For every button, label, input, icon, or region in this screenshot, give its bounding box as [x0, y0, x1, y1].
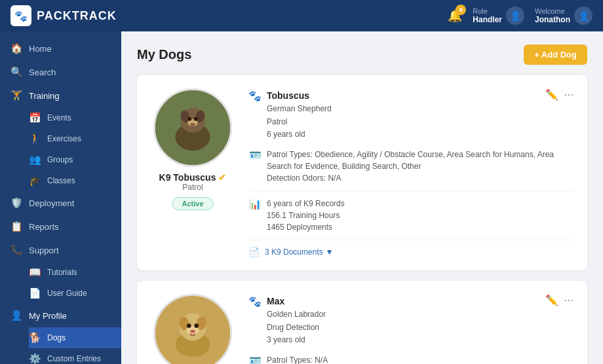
svg-point-7	[194, 117, 198, 121]
dog-breed-2: Golden Labrador	[267, 308, 326, 321]
patrol-types-text-1: Patrol Types: Obedience, Agility / Obsta…	[267, 149, 574, 184]
dog-basic-text-1: Tobuscus German Shepherd Patrol 6 years …	[267, 88, 332, 141]
dog-age-1: 6 years old	[267, 128, 332, 141]
dog-full-name-2: Max	[267, 294, 326, 308]
dog-photo-section-2: K9 Max Drug Detection	[150, 294, 235, 364]
dog-photo-tobuscus	[153, 88, 232, 167]
sidebar-item-search[interactable]: 🔍 Search	[0, 60, 121, 84]
dog-basic-text-2: Max Golden Labrador Drug Detection 3 yea…	[267, 294, 326, 346]
role-avatar-icon: 👤	[506, 7, 524, 25]
myprofile-icon: 👤	[10, 310, 22, 321]
customentries-icon: ⚙️	[29, 353, 41, 364]
dog-breed-1: German Shepherd	[267, 103, 332, 115]
groups-icon: 👥	[29, 154, 41, 166]
notification-badge: 8	[456, 5, 466, 15]
events-icon: 📅	[29, 112, 41, 124]
user-name: Jonathon	[535, 15, 570, 24]
dog-photo-section-1: K9 Tobuscus ✔ Patrol Active	[150, 88, 235, 210]
tutorials-icon: 📖	[29, 266, 41, 278]
sidebar-item-exercises[interactable]: 🚶 Exercises	[29, 128, 121, 149]
records-text-1: 6 years of K9 Records 156.1 Training Hou…	[267, 198, 345, 233]
svg-point-16	[194, 323, 199, 328]
svg-point-15	[187, 323, 191, 328]
sidebar-item-home[interactable]: 🏠 Home	[0, 37, 121, 60]
role-value: Handler	[473, 15, 502, 24]
home-icon: 🏠	[10, 43, 22, 54]
support-submenu: 📖 Tutorials 📄 User Guide	[0, 262, 121, 304]
sidebar: 🏠 Home 🔍 Search 🏋️ Training 📅 Events 🚶 E…	[0, 31, 121, 364]
dog-name-section-1: K9 Tobuscus ✔ Patrol	[159, 172, 227, 192]
sidebar-item-events[interactable]: 📅 Events	[29, 107, 121, 128]
dog-name-tobuscus: K9 Tobuscus ✔	[159, 172, 227, 183]
sidebar-item-deployment[interactable]: 🛡️ Deployment	[0, 191, 121, 215]
patrol-types-row-1: 🪪 Patrol Types: Obedience, Agility / Obs…	[248, 149, 574, 184]
add-dog-button[interactable]: + Add Dog	[524, 45, 587, 65]
search-icon: 🔍	[10, 66, 22, 78]
dog-worktype-1: Patrol	[267, 116, 332, 128]
dog-full-name-1: Tobuscus	[267, 88, 332, 103]
sidebar-item-myprofile[interactable]: 👤 My Profile	[0, 304, 121, 327]
page-title: My Dogs	[137, 47, 191, 62]
chevron-down-icon-1: ▼	[326, 247, 334, 257]
records-row-1: 📊 6 years of K9 Records 156.1 Training H…	[248, 198, 574, 233]
dog-worktype-2: Drug Detection	[267, 321, 326, 334]
id-card-icon-2: 🪪	[248, 355, 262, 364]
sidebar-item-label: Events	[47, 113, 71, 122]
user-avatar-icon: 👤	[574, 7, 593, 25]
main-content: My Dogs + Add Dog	[121, 31, 603, 364]
sidebar-item-dogs[interactable]: 🐕 Dogs	[29, 327, 121, 348]
reports-icon: 📋	[10, 221, 22, 232]
dogs-icon: 🐕	[29, 332, 41, 344]
sidebar-item-label: Deployment	[29, 198, 74, 208]
sidebar-item-support[interactable]: 📞 Support	[0, 238, 121, 262]
sidebar-item-reports[interactable]: 📋 Reports	[0, 215, 121, 238]
svg-point-17	[190, 330, 195, 333]
sidebar-item-label: Dogs	[47, 333, 66, 342]
myprofile-submenu: 🐕 Dogs ⚙️ Custom Entries 💲 Billing	[0, 327, 121, 364]
user-role-info: Role Handler 👤	[473, 7, 524, 25]
role-label: Role	[473, 7, 502, 15]
sidebar-item-label: Training	[29, 91, 59, 101]
paw-icon-1: 🐾	[248, 90, 262, 141]
sidebar-item-label: Tutorials	[47, 268, 77, 277]
paw-icon-2: 🐾	[248, 295, 262, 346]
dog-basic-2: 🐾 Max Golden Labrador Drug Detection 3 y…	[248, 294, 326, 346]
sidebar-item-customentries[interactable]: ⚙️ Custom Entries	[29, 348, 121, 364]
sidebar-item-label: User Guide	[47, 289, 87, 298]
dog-info-tobuscus: 🐾 Tobuscus German Shepherd Patrol 6 year…	[248, 88, 574, 257]
dog-main-info-2: 🐾 Max Golden Labrador Drug Detection 3 y…	[248, 294, 574, 346]
dog-status-tobuscus: Active	[172, 197, 213, 210]
chart-icon-1: 📊	[248, 198, 262, 210]
sidebar-item-label: Custom Entries	[47, 354, 101, 363]
support-icon: 📞	[10, 244, 22, 256]
sidebar-item-label: Search	[29, 67, 56, 77]
sidebar-item-groups[interactable]: 👥 Groups	[29, 149, 121, 170]
classes-icon: 🎓	[29, 175, 41, 187]
sidebar-item-tutorials[interactable]: 📖 Tutorials	[29, 262, 121, 283]
user-welcome-info: Welcome Jonathon 👤	[535, 7, 593, 25]
dog-type-tobuscus: Patrol	[159, 183, 227, 192]
page-header: My Dogs + Add Dog	[137, 45, 587, 65]
sidebar-item-label: Home	[29, 44, 52, 54]
svg-point-6	[187, 117, 191, 121]
sidebar-item-label: Support	[29, 246, 59, 255]
more-icon-2[interactable]: ⋯	[564, 294, 574, 306]
logo-text: PACKTRACK	[37, 9, 117, 23]
sidebar-item-userguide[interactable]: 📄 User Guide	[29, 283, 121, 304]
sidebar-item-training[interactable]: 🏋️ Training	[0, 84, 121, 107]
doc-row-1: 📄 3 K9 Documents ▼	[248, 247, 574, 257]
welcome-label: Welcome	[535, 7, 570, 15]
sidebar-item-label: Classes	[47, 176, 75, 185]
edit-icon-1[interactable]: ✏️	[545, 88, 558, 101]
sidebar-item-classes[interactable]: 🎓 Classes	[29, 170, 121, 191]
sidebar-item-label: Reports	[29, 222, 59, 232]
training-icon: 🏋️	[10, 90, 22, 101]
doc-link-1[interactable]: 3 K9 Documents ▼	[265, 247, 334, 257]
logo-icon: 🐾	[10, 5, 31, 26]
dog-age-2: 3 years old	[267, 334, 326, 346]
more-icon-1[interactable]: ⋯	[564, 88, 574, 101]
notification-button[interactable]: 🔔 8	[448, 9, 462, 23]
userguide-icon: 📄	[29, 287, 41, 299]
edit-icon-2[interactable]: ✏️	[545, 294, 558, 306]
sidebar-item-label: Groups	[47, 155, 73, 164]
